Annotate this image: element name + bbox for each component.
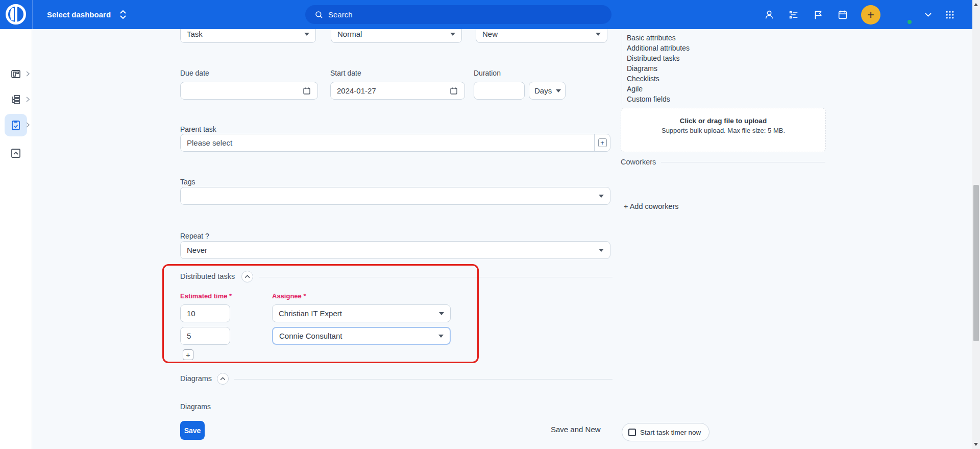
estimated-time-input[interactable]	[187, 332, 224, 340]
scrollbar-thumb[interactable]	[973, 185, 979, 341]
file-upload-dropzone[interactable]: Click or drag file to upload Supports bu…	[621, 108, 826, 152]
duration-field[interactable]	[474, 82, 525, 100]
parent-task-label: Parent task	[180, 125, 216, 133]
tree-structure-icon	[10, 93, 22, 106]
estimated-time-field[interactable]	[180, 304, 230, 322]
nav-basic-attributes[interactable]: Basic attributes	[627, 33, 826, 43]
coworkers-title: Coworkers	[621, 158, 656, 166]
start-task-timer-toggle[interactable]: Start task timer now	[622, 423, 709, 441]
collapse-distributed-button[interactable]	[241, 271, 253, 282]
scroll-down-arrow[interactable]	[974, 443, 978, 446]
add-distributed-row-button[interactable]: +	[183, 349, 193, 360]
tags-select[interactable]	[180, 187, 610, 205]
save-and-new-button[interactable]: Save and New	[551, 425, 601, 434]
duration-label: Duration	[474, 69, 501, 77]
nav-distributed-tasks[interactable]: Distributed tasks	[627, 53, 826, 63]
flag-icon[interactable]	[812, 9, 824, 21]
section-nav: Basic attributes Additional attributes D…	[622, 33, 826, 104]
parent-task-add-button[interactable]: +	[594, 134, 610, 151]
online-status-dot	[906, 19, 913, 25]
due-date-field[interactable]	[180, 82, 318, 100]
upload-subtitle: Supports bulk upload. Max file size: 5 M…	[621, 127, 825, 134]
topbar-actions: +	[763, 0, 956, 29]
estimated-time-field[interactable]	[180, 327, 230, 345]
assignee-value: Christian IT Expert	[279, 309, 342, 318]
start-date-input[interactable]	[337, 86, 445, 95]
scroll-up-arrow[interactable]	[974, 3, 978, 6]
account-chevron-down-icon[interactable]	[924, 9, 932, 21]
duration-unit-select[interactable]: Days	[529, 82, 566, 100]
save-button[interactable]: Save	[180, 421, 205, 440]
select-dashboard-button[interactable]: Select dashboard	[47, 0, 126, 29]
assignee-select[interactable]: Christian IT Expert	[272, 304, 451, 322]
calendar-icon[interactable]	[837, 9, 849, 21]
distributed-tasks-title: Distributed tasks	[180, 272, 235, 280]
boards-icon	[10, 68, 22, 80]
chevron-right-icon[interactable]	[26, 122, 30, 128]
diagrams-field-label: Diagrams	[180, 403, 211, 411]
nav-checklists[interactable]: Checklists	[627, 74, 826, 84]
assignee-label: Assignee *	[272, 292, 306, 300]
start-date-field[interactable]	[330, 82, 465, 100]
task-type-value: Task	[187, 30, 203, 38]
app-root: Task Normal New Due date Start date Dura…	[0, 0, 980, 449]
assignee-select[interactable]: Connie Consultant	[272, 327, 451, 345]
nav-agile[interactable]: Agile	[627, 84, 826, 94]
chevron-down-icon	[596, 33, 601, 36]
calendar-icon[interactable]	[302, 86, 311, 96]
search-bar[interactable]	[305, 5, 611, 24]
chevron-right-icon[interactable]	[26, 97, 30, 102]
sidebar-item-tasks[interactable]	[5, 114, 27, 136]
page-scrollbar[interactable]	[972, 0, 980, 449]
chevron-right-icon[interactable]	[26, 71, 30, 77]
collapse-diagrams-button[interactable]	[217, 373, 229, 385]
user-icon[interactable]	[763, 9, 775, 21]
repeat-label: Repeat ?	[180, 232, 209, 240]
chevron-up-icon	[220, 377, 226, 381]
estimated-time-label: Estimated time *	[180, 292, 232, 300]
sidebar-item-archive[interactable]	[5, 142, 27, 164]
search-input[interactable]	[328, 10, 594, 19]
repeat-value: Never	[187, 246, 207, 254]
status-value: New	[482, 30, 498, 38]
plus-icon: +	[598, 138, 607, 147]
calendar-icon[interactable]	[449, 86, 458, 96]
topbar: Select dashboard +	[0, 0, 972, 29]
due-date-input[interactable]	[187, 86, 298, 95]
distributed-divider	[259, 277, 612, 277]
repeat-select[interactable]: Never	[180, 241, 610, 259]
box-chevron-up-icon	[10, 147, 22, 159]
nav-additional-attributes[interactable]: Additional attributes	[627, 43, 826, 53]
apps-grid-icon[interactable]	[944, 9, 956, 21]
upload-title: Click or drag file to upload	[621, 117, 825, 125]
parent-task-select[interactable]: Please select +	[180, 134, 610, 152]
sidebar-item-projects[interactable]	[5, 88, 27, 111]
chevron-down-icon	[556, 89, 561, 92]
tasks-list-icon[interactable]	[788, 9, 800, 21]
chevron-down-icon	[438, 335, 444, 338]
estimated-time-input[interactable]	[187, 309, 224, 318]
timer-checkbox[interactable]	[628, 429, 636, 436]
search-icon	[314, 10, 324, 19]
quick-add-button[interactable]: +	[861, 5, 880, 25]
chevron-down-icon	[304, 33, 309, 36]
nav-custom-fields[interactable]: Custom fields	[627, 94, 826, 104]
task-form: Task Normal New Due date Start date Dura…	[0, 0, 972, 449]
chevron-down-icon	[450, 33, 455, 36]
app-logo-icon[interactable]	[6, 4, 26, 25]
user-avatar[interactable]	[893, 5, 912, 25]
left-sidebar	[0, 29, 32, 449]
select-dashboard-label: Select dashboard	[47, 10, 111, 19]
due-date-label: Due date	[180, 69, 209, 77]
add-coworkers-button[interactable]: + Add coworkers	[624, 202, 679, 210]
timer-label: Start task timer now	[640, 429, 701, 436]
chevron-down-icon	[599, 195, 604, 198]
nav-diagrams[interactable]: Diagrams	[627, 63, 826, 74]
duration-unit-value: Days	[534, 86, 552, 95]
sidebar-item-dashboards[interactable]	[5, 63, 27, 85]
parent-task-placeholder: Please select	[187, 138, 232, 147]
topbar-divider	[32, 0, 33, 29]
duration-input[interactable]	[480, 86, 518, 95]
chevron-down-icon	[439, 312, 444, 315]
diagrams-title: Diagrams	[180, 374, 212, 383]
